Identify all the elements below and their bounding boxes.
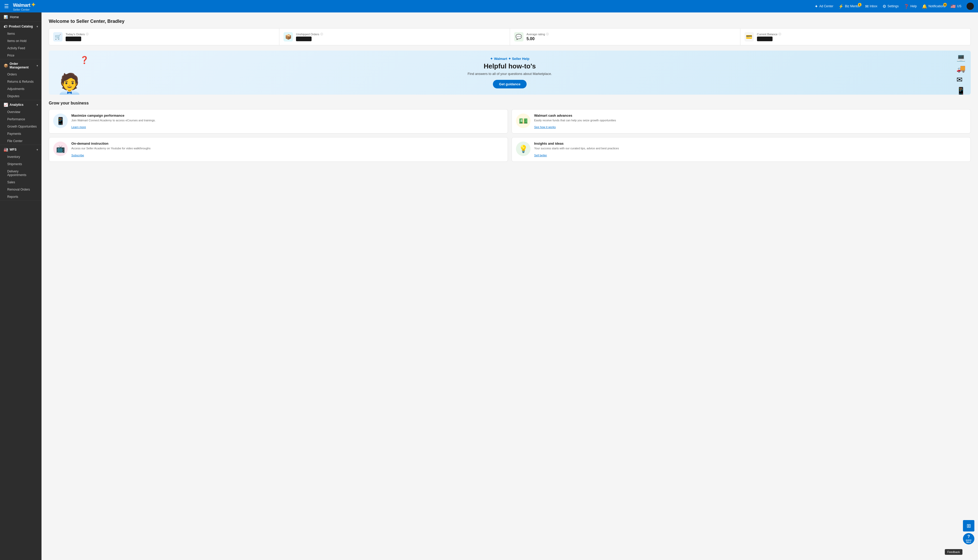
walmart-logo-wrap: Walmart✦ Seller Center [13,2,35,11]
grow-card-insights: 💡 Insights and ideas Your success starts… [512,137,971,162]
sidebar-item-removal-orders[interactable]: Removal Orders [0,186,42,193]
sidebar-section-product-catalog: 🏷 Product Catalog ▾ Items Items on Hold … [0,22,42,59]
average-rating-icon: 💬 [514,32,524,42]
instruction-card-icon: 📺 [53,142,68,156]
current-balance-info: Current Balance ⓘ [757,32,966,41]
hero-icon-phone: 📱 [956,87,966,95]
grow-card-cash-advances: 💵 Walmart cash advances Easily receive f… [512,109,971,133]
sidebar-section-header-analytics[interactable]: 📈 Analytics ▾ [0,100,42,108]
walmart-spark-icon: ✦ [490,57,493,61]
sidebar-item-items-on-hold[interactable]: Items on Hold [0,37,42,45]
current-balance-info-icon[interactable]: ⓘ [778,32,781,36]
flag-icon: 🇺🇸 [951,4,956,9]
main-layout: 📊 Home 🏷 Product Catalog ▾ Items Items o… [0,12,978,560]
sidebar-item-price[interactable]: Price [0,52,42,59]
help-icon: ❓ [904,4,909,9]
insights-card-title: Insights and ideas [534,142,966,145]
biz-mentor-button[interactable]: ⚡ Biz Mentor 1 [838,4,860,9]
quick-help-button[interactable]: ? QUICKHELP [963,533,975,545]
sidebar-item-delivery-appointments[interactable]: Delivery Appointments [0,168,42,178]
hamburger-menu[interactable]: ☰ [4,3,9,9]
feedback-button[interactable]: Feedback [945,549,963,555]
todays-orders-info-icon[interactable]: ⓘ [86,32,88,36]
wfs-icon: 🏭 [3,148,8,152]
quick-help-icon: ? [967,534,970,539]
hero-title: Helpful how-to's [467,62,552,70]
sidebar-item-growth-opportunities[interactable]: Growth Opportunities [0,123,42,130]
biz-mentor-badge: 1 [858,3,861,7]
top-nav: ☰ Walmart✦ Seller Center ✦ Ad Center ⚡ B… [0,0,978,12]
home-icon: 📊 [3,15,8,19]
sidebar-item-overview[interactable]: Overview [0,108,42,116]
unshipped-orders-icon: 📦 [284,32,293,42]
unshipped-orders-info-icon[interactable]: ⓘ [320,32,323,36]
stats-row: 🛒 Today's Orders ⓘ 📦 Unshipped Orders ⓘ [49,28,971,45]
bell-icon: 🔔 [922,4,927,9]
average-rating-value: 5.00 [527,37,736,41]
sidebar-section-header-product-catalog[interactable]: 🏷 Product Catalog ▾ [0,22,42,30]
campaign-card-link[interactable]: Learn more [71,125,86,128]
sidebar-section-order-management: 📦 Order Management ▾ Orders Returns & Re… [0,59,42,100]
settings-button[interactable]: ⚙ Settings [883,4,899,9]
sidebar-item-shipments[interactable]: Shipments [0,160,42,168]
stat-current-balance: 💳 Current Balance ⓘ [740,28,970,45]
hero-figure-right: 💻 🚚 ✉ 📱 💳 [956,53,966,95]
sidebar-item-adjustments[interactable]: Adjustments [0,85,42,93]
hero-brand: ✦ Walmart ✦ Seller Help [467,57,552,61]
sidebar-section-header-order-management[interactable]: 📦 Order Management ▾ [0,59,42,71]
sidebar-item-sales[interactable]: Sales [0,178,42,186]
sidebar-item-orders[interactable]: Orders [0,71,42,78]
product-catalog-chevron: ▾ [37,25,38,28]
todays-orders-label: Today's Orders ⓘ [66,32,275,36]
region-label: US [957,4,961,8]
insights-card-desc: Your success starts with our curated tip… [534,147,966,150]
sidebar-item-activity-feed[interactable]: Activity Feed [0,45,42,52]
inbox-button[interactable]: ✉ Inbox [865,4,877,9]
sidebar-item-reports[interactable]: Reports [0,193,42,200]
sidebar-section-wfs: 🏭 WFS ▾ Inventory Shipments Delivery App… [0,145,42,201]
campaign-card-info: Maximize campaign performance Join Walma… [71,113,504,129]
ad-center-button[interactable]: ✦ Ad Center [814,4,833,9]
welcome-title: Welcome to Seller Center, Bradley [49,19,971,24]
region-button[interactable]: 🇺🇸 US [951,4,961,9]
main-content: Welcome to Seller Center, Bradley 🛒 Toda… [42,12,978,560]
sidebar-item-file-center[interactable]: File Center [0,137,42,145]
sidebar-item-disputes[interactable]: Disputes [0,93,42,100]
cash-advances-card-info: Walmart cash advances Easily receive fun… [534,113,966,129]
help-label: Help [910,4,917,8]
hero-icon-truck: 🚚 [956,64,966,73]
unshipped-orders-info: Unshipped Orders ⓘ [296,32,505,41]
hero-subtitle: Find answers to all of your questions ab… [467,72,552,76]
notifications-badge: 11 [943,3,947,7]
sidebar-item-inventory[interactable]: Inventory [0,153,42,160]
order-management-icon: 📦 [3,63,8,68]
instruction-card-link[interactable]: Subscribe [71,154,84,157]
grow-card-campaign: 📱 Maximize campaign performance Join Wal… [49,109,508,133]
hero-figure-left: 🧑‍💼 [57,74,82,95]
sidebar-item-returns-refunds[interactable]: Returns & Refunds [0,78,42,85]
sidebar-item-home[interactable]: 📊 Home [0,12,42,22]
sidebar-item-payments[interactable]: Payments [0,130,42,137]
sidebar-item-items[interactable]: Items [0,30,42,37]
sidebar: 📊 Home 🏷 Product Catalog ▾ Items Items o… [0,12,42,560]
wfs-label: WFS [10,148,17,152]
notifications-button[interactable]: 🔔 Notifications 11 [922,4,945,9]
help-button[interactable]: ❓ Help [904,4,917,9]
home-label: Home [10,15,19,19]
user-avatar[interactable] [966,3,974,10]
insights-card-link[interactable]: Sell better [534,154,547,157]
average-rating-info-icon[interactable]: ⓘ [546,32,549,36]
hero-content: ✦ Walmart ✦ Seller Help Helpful how-to's… [467,57,552,88]
cash-advances-card-link[interactable]: See how it works [534,125,556,128]
quick-help-label: QUICKHELP [966,539,972,544]
sidebar-section-header-wfs[interactable]: 🏭 WFS ▾ [0,145,42,153]
current-balance-icon: 💳 [744,32,754,42]
get-guidance-button[interactable]: Get guidance [493,80,527,88]
notifications-label: Notifications [928,4,945,8]
sidebar-item-performance[interactable]: Performance [0,116,42,123]
instruction-card-info: On-demand instruction Access our Seller … [71,142,504,157]
analytics-icon: 📈 [3,103,8,107]
grid-view-button[interactable]: ⊞ [963,520,975,532]
instruction-card-title: On-demand instruction [71,142,504,145]
stat-todays-orders: 🛒 Today's Orders ⓘ [49,28,279,45]
